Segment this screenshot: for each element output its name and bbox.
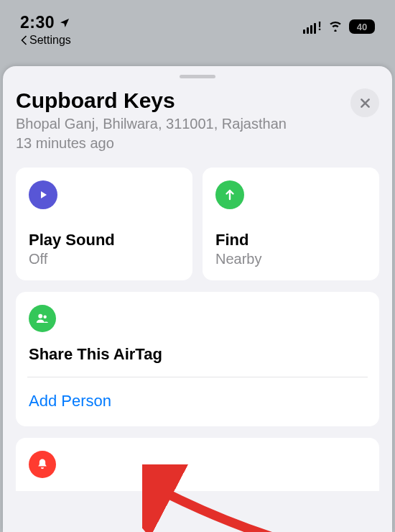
share-card: Share This AirTag Add Person [16, 292, 379, 426]
status-right: ! 40 [303, 17, 375, 36]
add-person-button[interactable]: Add Person [29, 377, 366, 426]
people-icon [29, 305, 56, 332]
svg-point-1 [43, 316, 46, 318]
bell-icon [29, 451, 56, 478]
item-title: Cupboard Keys [16, 88, 287, 113]
wifi-icon [327, 17, 343, 36]
item-updated: 13 minutes ago [16, 134, 287, 153]
detail-sheet: Cupboard Keys Bhopal Ganj, Bhilwara, 311… [3, 66, 392, 532]
notifications-card[interactable] [16, 438, 379, 491]
find-title: Find [215, 231, 366, 249]
play-sound-status: Off [29, 251, 180, 267]
play-sound-title: Play Sound [29, 231, 180, 249]
sheet-grabber[interactable] [180, 75, 215, 78]
find-status: Nearby [215, 251, 366, 267]
sheet-heading: Cupboard Keys Bhopal Ganj, Bhilwara, 311… [16, 88, 287, 153]
signal-icon [303, 22, 316, 34]
battery-level: 40 [357, 22, 367, 32]
item-location: Bhopal Ganj, Bhilwara, 311001, Rajasthan [16, 114, 287, 134]
signal-alert-icon: ! [317, 19, 322, 34]
play-icon [29, 180, 57, 209]
battery-icon: 40 [349, 19, 375, 34]
close-button[interactable] [350, 88, 379, 117]
status-bar: 2:30 Settings ! 40 [0, 0, 395, 48]
status-time: 2:30 [20, 13, 70, 32]
svg-point-0 [38, 314, 42, 318]
close-icon [359, 97, 371, 109]
share-title: Share This AirTag [29, 345, 366, 377]
back-to-settings[interactable]: Settings [20, 34, 71, 47]
back-label: Settings [29, 34, 71, 47]
play-sound-card[interactable]: Play Sound Off [16, 168, 192, 280]
up-arrow-icon [215, 180, 244, 209]
chevron-left-icon [20, 35, 28, 45]
location-arrow-icon [59, 17, 70, 29]
find-card[interactable]: Find Nearby [203, 168, 379, 280]
time-label: 2:30 [20, 13, 55, 32]
